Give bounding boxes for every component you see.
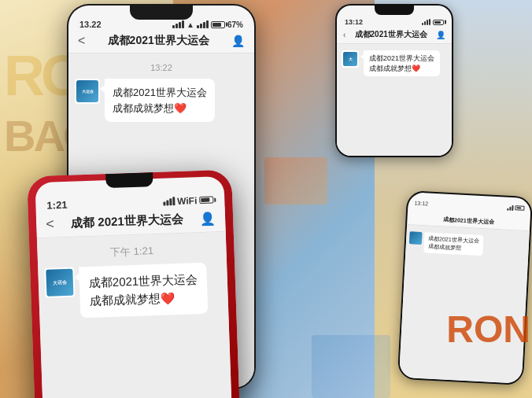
phone-front-notch — [105, 172, 153, 188]
phone-front-nav-title: 成都 2021世界大运会 — [71, 212, 183, 231]
phone-br: 13:12 成都2021世界大运会 成都2021世界大运会 — [397, 190, 532, 385]
decorative-box-1 — [264, 157, 327, 205]
phone-front-chat-bubble: 成都2021世界大运会 成都成就梦想❤️ — [79, 263, 209, 319]
signal2-bar-2 — [200, 24, 202, 28]
phone-front-message-row: 大运会 成都2021世界大运会 成都成就梦想❤️ — [44, 262, 222, 319]
phone-main-person-icon[interactable]: 👤 — [231, 35, 245, 47]
phone-tr-back[interactable]: ‹ — [343, 31, 345, 39]
tr-sig4 — [429, 19, 430, 25]
phone-front-msg-line2: 成都成就梦想❤️ — [89, 289, 198, 310]
chengdu-logo-front: 大运会 — [46, 269, 73, 297]
front-sig1 — [163, 202, 165, 206]
br-sig3 — [512, 205, 513, 211]
signal-bar-3 — [179, 22, 181, 28]
phone-br-screen: 13:12 成都2021世界大运会 成都2021世界大运会 — [399, 192, 531, 384]
signal2-bar-1 — [197, 25, 199, 28]
front-sig3 — [169, 198, 172, 205]
front-sig2 — [166, 200, 168, 205]
phone-tr-chat-bubble: 成都2021世界大运会 成都成就梦想❤️ — [364, 50, 440, 76]
phone-main-time: 13.22 — [79, 20, 102, 29]
phone-front: 1:21 WiFi < 成都 2021世界大运会 👤 下午 1: — [27, 170, 241, 398]
phone-main-status-icons: ▲ 67% — [172, 20, 243, 29]
br-sig2 — [509, 207, 511, 211]
phone-front-avatar: 大运会 — [44, 267, 75, 298]
tr-logo-text: 大 — [349, 57, 353, 61]
tr-battery-fill — [434, 21, 441, 24]
phone-br-icons — [507, 205, 524, 212]
br-battery-fill — [516, 207, 521, 208]
chengdu-logo-main: 大运会 — [76, 80, 98, 102]
signal-bar-2 — [175, 24, 178, 28]
phone-main-nav-title: 成都2021世界大运会 — [108, 34, 209, 48]
tr-sig2 — [424, 21, 426, 25]
phone-br-bubble: 成都2021世界大运会 成都成就梦想 — [423, 232, 483, 255]
wifi-icon: ▲ — [187, 20, 194, 29]
phone-main-avatar: 大运会 — [75, 79, 100, 104]
phone-main-chat-bubble: 成都2021世界大运会 成都成就梦想❤️ — [105, 79, 215, 122]
front-wifi-icon: WiFi — [177, 195, 198, 207]
battery-icon — [211, 21, 225, 28]
battery-fill — [212, 23, 221, 27]
phone-tr-nav-title: 成都2021世界大运会 — [355, 29, 427, 40]
tr-battery — [433, 20, 444, 25]
background-text-ron-right: RON — [446, 308, 530, 351]
signal2-bar-4 — [206, 20, 209, 28]
phone-front-screen: 1:21 WiFi < 成都 2021世界大运会 👤 下午 1: — [35, 176, 232, 398]
phone-front-chat-timestamp: 下午 1:21 — [110, 244, 154, 260]
signal-bar-1 — [172, 25, 175, 28]
phone-br-time: 13:12 — [414, 200, 428, 206]
phone-main-notch — [130, 4, 193, 20]
phone-tr-notch — [375, 4, 414, 15]
front-battery-icon — [199, 196, 213, 204]
logo-text: 大运会 — [82, 89, 94, 94]
phone-tr-msg-line1: 成都2021世界大运会 — [369, 53, 434, 64]
signal-bar-4 — [182, 20, 184, 28]
phone-front-status-icons: WiFi — [163, 194, 214, 207]
tr-sig3 — [427, 20, 428, 25]
decorative-box-2 — [312, 335, 390, 398]
phone-tr-avatar: 大 — [342, 50, 359, 68]
phone-tr-status-icons — [422, 19, 444, 25]
phone-front-person-icon[interactable]: 👤 — [200, 211, 216, 227]
phone-tr: 13:12 ‹ 成都2021世界大运会 👤 — [335, 4, 453, 157]
phone-tr-msg-line2: 成都成就梦想❤️ — [369, 64, 434, 74]
phone-front-chat-area: 下午 1:21 大运会 成都2021世界大运会 成都成就梦想❤️ — [37, 232, 233, 398]
phone-tr-person-icon[interactable]: 👤 — [436, 31, 445, 39]
phone-tr-chat-area: 大 成都2021世界大运会 成都成就梦想❤️ — [337, 44, 452, 156]
phone-main-back-button[interactable]: < — [78, 34, 85, 48]
phone-br-chat-list: 成都2021世界大运会 成都成就梦想 — [399, 225, 530, 384]
phone-br-msg-row: 成都2021世界大运会 成都成就梦想 — [408, 231, 526, 257]
br-sig1 — [507, 208, 508, 211]
phone-front-msg-line1: 成都2021世界大运会 — [89, 271, 198, 292]
phone-front-time: 1:21 — [46, 199, 68, 212]
front-logo-text: 大运会 — [53, 278, 67, 286]
phone-tr-message-row: 大 成都2021世界大运会 成都成就梦想❤️ — [342, 50, 447, 76]
phone-br-header: 成都2021世界大运会 — [443, 216, 494, 224]
phone-tr-nav: ‹ 成都2021世界大运会 👤 — [337, 28, 452, 44]
signal2-bar-3 — [203, 22, 205, 28]
battery-pct: 67% — [227, 20, 243, 29]
phone-main-nav: < 成都2021世界大运会 👤 — [68, 31, 254, 53]
phone-tr-time: 13:12 — [345, 18, 363, 26]
br-battery — [515, 205, 524, 211]
phone-tr-screen: 13:12 ‹ 成都2021世界大运会 👤 — [337, 6, 452, 156]
phone-main-msg-line1: 成都2021世界大运会 — [113, 85, 207, 101]
phone-br-avatar — [409, 231, 423, 245]
phone-front-back-button[interactable]: < — [46, 216, 54, 232]
front-sig4 — [172, 197, 175, 205]
front-battery-fill — [201, 198, 209, 202]
phone-main-chat-timestamp: 13:22 — [150, 63, 172, 72]
tr-sig1 — [422, 23, 423, 25]
phone-main-message-row: 大运会 成都2021世界大运会 成都成就梦想❤️ — [75, 79, 248, 122]
chengdu-logo-tr: 大 — [343, 52, 357, 66]
phone-main-msg-line2: 成都成就梦想❤️ — [113, 101, 207, 116]
